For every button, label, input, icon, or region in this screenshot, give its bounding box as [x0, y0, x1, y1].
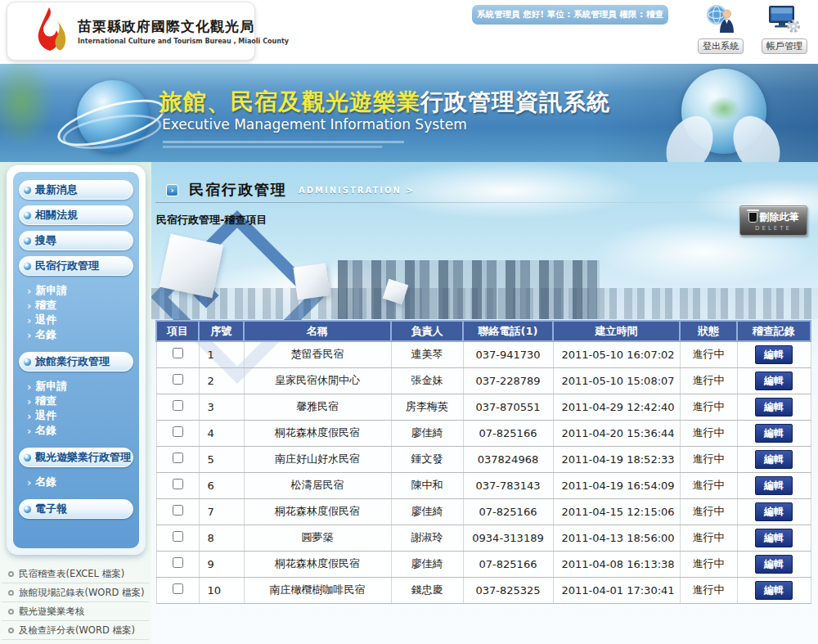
file-link-1[interactable]: 旅館現場記錄表(WORD 檔案): [2, 583, 149, 602]
row-select-checkbox[interactable]: [173, 426, 183, 437]
chevron-right-icon: ›: [27, 410, 31, 422]
file-link-3[interactable]: 及檢查評分表(WORD 檔案): [2, 621, 149, 640]
sidebar-section-2[interactable]: 搜尋: [19, 231, 133, 250]
row-phone: 037-228789: [463, 367, 553, 394]
row-select-checkbox[interactable]: [173, 583, 183, 594]
account-label[interactable]: 帳戶管理: [762, 38, 807, 54]
tagline-decoration: [163, 146, 382, 148]
sidebar-item-label: 名錄: [35, 327, 56, 342]
file-link-2[interactable]: 觀光遊樂業考核: [2, 602, 149, 621]
row-select-checkbox[interactable]: [173, 348, 183, 358]
page-title-en: ADMINISTRATION >: [299, 186, 415, 195]
row-person: 錢忠慶: [391, 577, 463, 603]
row-phone: 037-941730: [463, 341, 553, 367]
sidebar-item-4-2[interactable]: ›退件: [27, 408, 133, 423]
column-header-1: 序號: [199, 321, 244, 341]
edit-button[interactable]: 編輯: [755, 581, 793, 600]
row-select-checkbox[interactable]: [173, 453, 183, 463]
page-title: 民宿行政管理: [189, 180, 287, 200]
edit-button[interactable]: 編輯: [755, 372, 793, 390]
account-management-button[interactable]: 帳戶管理: [757, 4, 811, 54]
row-select-checkbox[interactable]: [173, 505, 183, 516]
inspection-table: 項目序號名稱負責人聯絡電話(1)建立時間狀態稽查記錄 1楚留香民宿連美琴037-…: [155, 320, 811, 604]
row-no: 10: [199, 577, 244, 603]
row-no: 3: [199, 394, 244, 420]
row-select-checkbox[interactable]: [173, 479, 183, 489]
sidebar-section-0[interactable]: 最新消息: [19, 180, 133, 200]
sidebar-section-label: 觀光遊樂業行政管理: [35, 450, 131, 465]
row-record-cell: 編輯: [737, 577, 811, 603]
row-select-checkbox[interactable]: [173, 531, 183, 542]
sidebar-item-3-2[interactable]: ›退件: [27, 313, 133, 327]
circle-bullet-icon: [8, 628, 14, 633]
sidebar-item-3-1[interactable]: ›稽查: [27, 298, 133, 313]
sidebar-item-label: 稽查: [35, 394, 56, 408]
edit-button[interactable]: 編輯: [755, 398, 793, 417]
sidebar-item-label: 新申請: [35, 283, 67, 298]
edit-button[interactable]: 編輯: [755, 502, 793, 521]
sidebar-item-4-1[interactable]: ›稽查: [27, 394, 133, 408]
row-no: 1: [199, 341, 244, 367]
table-row: 2皇家民宿休閒中心張金妹037-2287892011-05-10 15:08:0…: [156, 367, 811, 394]
sidebar-section-5[interactable]: 觀光遊樂業行政管理: [19, 448, 133, 467]
row-record-cell: 編輯: [737, 551, 811, 577]
sidebar-section-1[interactable]: 相關法規: [19, 205, 133, 225]
row-created: 2011-05-10 15:08:07: [553, 367, 680, 394]
row-select-checkbox[interactable]: [173, 400, 183, 411]
sidebar-section-6[interactable]: 電子報: [19, 499, 133, 519]
row-created: 2011-04-01 17:30:41: [553, 577, 680, 603]
row-phone: 07-825166: [463, 551, 553, 577]
file-link-0[interactable]: 民宿稽查表(EXCEL 檔案): [2, 565, 149, 583]
edit-button[interactable]: 編輯: [755, 529, 793, 547]
edit-button[interactable]: 編輯: [755, 555, 793, 574]
sidebar-item-4-0[interactable]: ›新申請: [27, 379, 133, 394]
row-select-cell: [156, 394, 199, 420]
bullet-icon: [24, 506, 31, 513]
cube-decoration: [293, 263, 330, 299]
column-header-4: 聯絡電話(1): [463, 321, 553, 341]
sidebar-section-3[interactable]: 民宿行政管理: [19, 256, 133, 276]
bureau-name: 苗栗縣政府國際文化觀光局 International Culture and T…: [78, 17, 289, 45]
row-select-cell: [156, 367, 199, 394]
delete-button-label: 刪除此筆: [760, 210, 799, 224]
row-phone: 037824968: [463, 446, 553, 472]
logout-button[interactable]: 登出系統: [695, 4, 746, 54]
sidebar-submenu-4: ›新申請›稽查›退件›名錄: [19, 377, 133, 438]
sidebar-item-label: 稽查: [35, 298, 56, 313]
sidebar-item-3-3[interactable]: ›名錄: [27, 327, 133, 342]
sidebar-item-5-0[interactable]: ›名錄: [27, 475, 133, 489]
row-select-checkbox[interactable]: [173, 374, 183, 385]
sidebar-item-4-3[interactable]: ›名錄: [27, 423, 133, 438]
edit-button[interactable]: 編輯: [755, 476, 793, 495]
row-person: 廖佳綺: [391, 420, 463, 446]
sidebar-item-3-0[interactable]: ›新申請: [27, 283, 133, 298]
row-select-cell: [156, 472, 199, 498]
account-monitor-gear-icon: [757, 4, 811, 37]
row-name: 松濤居民宿: [244, 472, 391, 498]
logout-label[interactable]: 登出系統: [698, 38, 744, 54]
row-created: 2011-04-20 15:36:44: [553, 420, 680, 446]
edit-button[interactable]: 編輯: [755, 345, 793, 364]
row-person: 鍾文發: [391, 446, 463, 472]
chevron-right-icon: ›: [27, 476, 31, 489]
banner: 旅館、民宿及觀光遊樂業行政管理資訊系統 Executive Management…: [0, 64, 818, 162]
top-header: 苗栗縣政府國際文化觀光局 International Culture and T…: [0, 0, 818, 64]
sidebar-section-4[interactable]: 旅館業行政管理: [19, 352, 133, 372]
edit-button[interactable]: 編輯: [755, 424, 793, 443]
main-content: › 民宿行政管理 ADMINISTRATION > 民宿行政管理-稽查項目 刪除…: [151, 162, 818, 644]
row-person: 陳中和: [391, 472, 463, 498]
row-phone: 07-825166: [463, 420, 553, 446]
file-link-label: 民宿稽查表(EXCEL 檔案): [19, 568, 124, 580]
row-select-checkbox[interactable]: [173, 557, 183, 568]
sidebar-submenu-5: ›名錄: [19, 473, 133, 489]
row-select-cell: [156, 498, 199, 525]
delete-selected-button[interactable]: 刪除此筆 DELETE: [739, 205, 807, 236]
edit-button[interactable]: 編輯: [755, 450, 793, 469]
sidebar-item-label: 名錄: [35, 475, 56, 489]
row-name: 桐花森林度假民宿: [244, 551, 391, 577]
row-status: 進行中: [680, 472, 737, 498]
sidebar-section-label: 旅館業行政管理: [35, 354, 110, 369]
column-header-2: 名稱: [244, 321, 391, 341]
logout-icon: [695, 4, 746, 37]
row-no: 5: [199, 446, 244, 472]
